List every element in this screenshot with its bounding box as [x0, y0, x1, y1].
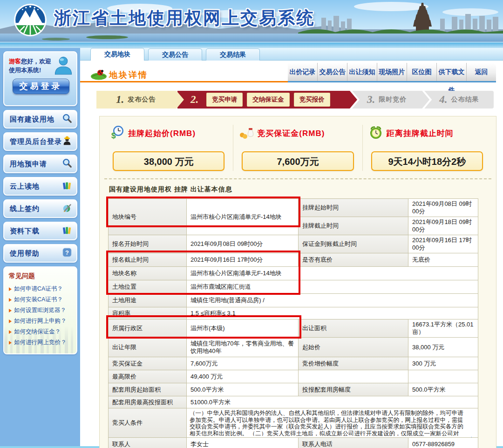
tab-trade-announcements[interactable]: 交易公告: [148, 48, 202, 61]
subnav-site-photos-button[interactable]: 现场照片: [377, 63, 407, 81]
bid-deposit-value: 7,600万元: [242, 151, 353, 171]
listing-start-price-block: $ 挂牌起始价(RMB) 38,000 万元: [104, 125, 233, 171]
field-label: 竞价增价幅度: [299, 357, 408, 370]
pay-deposit-button[interactable]: 交纳保证金: [247, 93, 290, 107]
field-label: 竞买保证金: [109, 357, 187, 370]
faq-link-online-purchase[interactable]: 如何进行网上申购？: [9, 316, 73, 326]
land-info-table-wrap: 地块编号 温州市核心片区南浦单元F-14地块 挂牌起始时间 2021年09月08…: [108, 198, 479, 448]
field-label: 出让面积: [299, 319, 408, 338]
field-value: 49,400 万元: [187, 370, 299, 383]
field-label: 土地用途: [109, 294, 187, 307]
land-info-table: 地块编号 温州市核心片区南浦单元F-14地块 挂牌起始时间 2021年09月08…: [108, 198, 478, 448]
field-label: 报名截止时间: [109, 253, 187, 267]
page-title-zone: 地块详情: [80, 67, 288, 82]
field-value: 温州市核心片区南浦单元F-14地块: [187, 267, 478, 280]
sidebar-item-cloud-land-reading[interactable]: 云上读地: [3, 177, 77, 196]
main-content: 交易地块 交易公告 交易结果 地块详情 出价: [80, 48, 503, 446]
sidebar: 游客您好，欢迎使用本系统! 交易登录 国有建设用地 管理员后台登录 用地预申请 …: [0, 48, 80, 446]
bullet-arrow-icon: [9, 319, 12, 323]
header-divider: [0, 42, 503, 48]
site-title: 浙江省土地使用权网上交易系统: [54, 7, 315, 30]
listing-start-price-icon: $: [110, 125, 128, 142]
field-value: 0577-88926859: [408, 438, 478, 448]
bullet-arrow-icon: [9, 341, 12, 345]
field-value: 38,000 万元: [408, 338, 478, 357]
field-value: 500.0平方米: [408, 383, 478, 396]
field-label: 挂牌起始时间: [299, 199, 408, 217]
tab-trade-parcels[interactable]: 交易地块: [90, 48, 144, 61]
field-label: 土地位置: [109, 280, 187, 294]
bid-deposit-icon: [239, 125, 257, 142]
subnav-transfer-notice-button[interactable]: 出让须知: [347, 63, 377, 81]
listing-start-price-label: 挂牌起始价(RMB): [128, 128, 196, 139]
guest-label: 游客: [9, 58, 21, 65]
svg-text:?: ?: [65, 249, 69, 256]
bid-offer-button[interactable]: 竞买报价: [294, 93, 330, 107]
field-value: 7,600万元: [187, 357, 299, 370]
field-label: 所属行政区: [109, 319, 187, 338]
sidebar-item-help[interactable]: 使用帮助 ?: [3, 244, 77, 263]
faq-box: 常见问题 如何申请CA证书？ 如何安装CA证书？ 如何设置IE浏览器？ 如何进行…: [3, 266, 77, 354]
subnav-back-button[interactable]: 返回: [466, 63, 496, 81]
countdown-block: 距离挂牌截止时间 9天14小时18分2秒: [362, 125, 491, 171]
faq-link-apply-ca[interactable]: 如何申请CA证书？: [9, 284, 73, 294]
countdown-clock-icon: [368, 125, 387, 142]
magnifier-icon: [62, 113, 72, 125]
field-label: 联系人: [109, 438, 187, 448]
faq-link-ie-settings[interactable]: 如何设置IE浏览器？: [9, 305, 73, 316]
field-value: 温州市(本级): [187, 319, 299, 338]
field-value: 500.0平方米: [187, 383, 299, 396]
subnav-location-map-button[interactable]: 区位图: [407, 63, 436, 81]
sidebar-item-admin-login[interactable]: 管理员后台登录: [3, 132, 77, 151]
bid-deposit-label: 竞买保证金(RMB): [257, 128, 325, 139]
empty-cell: [408, 370, 478, 383]
field-value: 1.5 ≤容积率≤ 3.1: [187, 307, 478, 319]
sidebar-item-online-signing[interactable]: 线上签约: [3, 199, 77, 218]
field-label: 地块编号: [109, 199, 187, 235]
faq-link-online-bidding[interactable]: 如何进行网上竞价？: [9, 337, 73, 348]
bullet-arrow-icon: [9, 330, 12, 334]
top-tab-bar: 交易地块 交易公告 交易结果: [80, 48, 503, 61]
bid-application-button[interactable]: 竞买申请: [206, 93, 243, 107]
header-banner: 浙江省土地使用权网上交易系统: [0, 0, 503, 42]
bidder-conditions-text: （一）中华人民共和国境内外的法人、自然人和其他组织，但法律法规对申请人另有限制的…: [190, 410, 475, 436]
step-1-publish-announcement: 1. 发布公告: [96, 91, 184, 109]
subnav-trade-announcement-button[interactable]: 交易公告: [317, 63, 347, 81]
bid-deposit-block: 竞买保证金(RMB) 7,600万元: [233, 125, 362, 171]
field-label: 最高限价: [109, 370, 187, 383]
field-label: 出让年限: [109, 338, 187, 357]
sidebar-item-downloads[interactable]: 资料下载: [3, 222, 77, 240]
field-value: 温州市鹿城区南汇街道: [187, 280, 478, 294]
user-avatar-icon: [53, 55, 74, 77]
field-value: 2021年09月16日 17时00分: [408, 235, 478, 253]
field-value: 2021年09月18日 09时00分: [408, 217, 478, 235]
user-welcome-box: 游客您好，欢迎使用本系统! 交易登录: [3, 51, 77, 106]
listing-start-price-value: 38,000 万元: [113, 151, 224, 171]
empty-cell: [299, 370, 408, 383]
admin-icon: [62, 136, 72, 148]
field-label: 起始价: [299, 338, 408, 357]
tab-trade-results[interactable]: 交易结果: [206, 48, 260, 61]
site-logo-icon: [13, 3, 48, 37]
sidebar-item-land-pre-application[interactable]: 用地预申请: [3, 155, 77, 173]
login-button[interactable]: 交易登录: [13, 79, 69, 94]
sidebar-item-state-owned-land[interactable]: 国有建设用地: [3, 110, 77, 129]
subnav-download-files-button[interactable]: 供下载文件: [436, 63, 466, 81]
field-label: 容积率: [109, 307, 187, 319]
field-label: 地块名称: [109, 267, 187, 280]
page-title: 地块详情: [109, 69, 148, 81]
field-value: 16673.1平方米（25.01亩）: [408, 319, 478, 338]
bullet-arrow-icon: [9, 298, 12, 302]
books-icon: [62, 180, 72, 192]
bidder-conditions-cell: （一）中华人民共和国境内外的法人、自然人和其他组织，但法律法规对申请人另有限制的…: [187, 408, 478, 438]
field-value: 温州市核心片区南浦单元F-14地块: [187, 199, 299, 235]
help-icon: ?: [62, 247, 72, 259]
faq-link-pay-deposit[interactable]: 如何交纳保证金？: [9, 326, 73, 337]
parcel-detail-panel: $ 挂牌起始价(RMB) 38,000 万元 竞买保证金(RMB) 7,600万…: [99, 116, 496, 448]
field-label: 投报配套用房幅度: [299, 383, 408, 396]
welcome-text: 游客您好，欢迎使用本系统!: [9, 57, 52, 75]
field-label: 配套用房起始面积: [109, 383, 187, 396]
subnav-bid-records-button[interactable]: 出价记录: [288, 63, 317, 81]
field-value: 2021年09月08日 09时00分: [187, 235, 299, 253]
faq-link-install-ca[interactable]: 如何安装CA证书？: [9, 294, 73, 305]
